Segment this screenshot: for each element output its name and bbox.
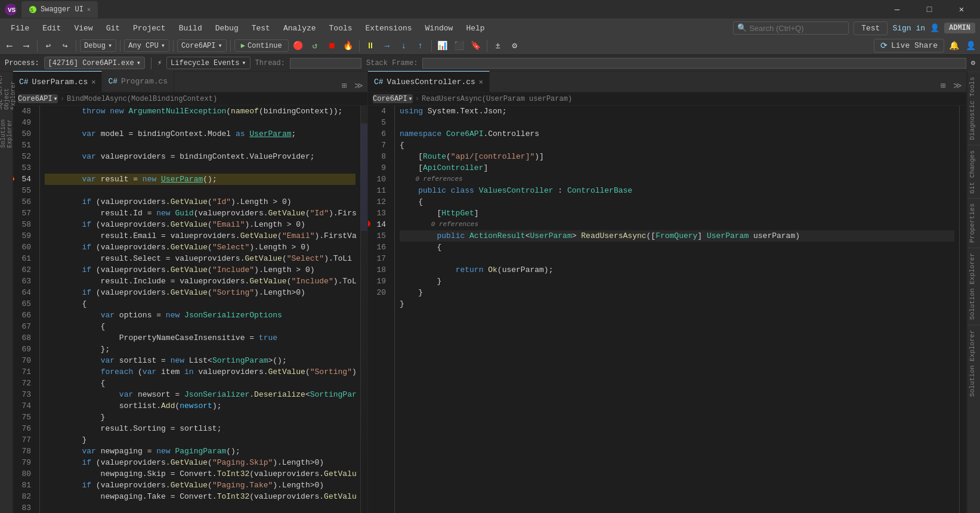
profile-dropdown[interactable]: Core6API ▾ [177, 39, 227, 52]
pause-icon[interactable]: ⏸ [363, 39, 378, 53]
step-into-icon[interactable]: ↓ [397, 39, 411, 53]
left-code-content[interactable]: throw new ArgumentNullException(nameof(b… [40, 106, 360, 513]
redo-button[interactable]: ↪ [58, 39, 72, 53]
swagger-tab[interactable]: S Swagger UI ✕ [21, 1, 98, 18]
rcode-13-ref: 0 references [400, 219, 954, 230]
ln-56: 56 [13, 196, 35, 208]
test-button[interactable]: Test [854, 21, 888, 35]
step-out-icon[interactable]: ↑ [413, 39, 428, 53]
left-code-editor[interactable]: 48 49 50 51 52 53 54 55 56 57 58 59 [13, 106, 367, 513]
menu-build[interactable]: Build [173, 21, 208, 35]
solution-explorer-panel-2[interactable]: Solution Explorer [967, 325, 980, 401]
cpu-dropdown[interactable]: Any CPU ▾ [124, 39, 169, 52]
valuescontroller-tab[interactable]: C# ValuesController.cs ✕ [368, 71, 490, 92]
bookmark-icon[interactable]: 🔖 [469, 39, 483, 53]
notifications-icon[interactable]: 🔔 [947, 39, 961, 53]
breakpoints-icon[interactable]: ⬛ [452, 39, 466, 53]
right-overflow-button[interactable]: ≫ [951, 79, 964, 92]
code-line-65: { [45, 298, 355, 310]
menu-help[interactable]: Help [460, 21, 490, 35]
menu-file[interactable]: File [5, 21, 35, 35]
swagger-tab-close[interactable]: ✕ [87, 6, 91, 13]
hot-reload-icon[interactable]: 🔥 [341, 39, 355, 53]
toolbar-sep-3 [120, 40, 120, 52]
ln-71: 71 [13, 366, 35, 378]
git-icon[interactable]: ± [491, 39, 505, 53]
left-scope-dropdown[interactable]: Core6API ▾ [18, 94, 58, 103]
account-icon[interactable]: 👤 [963, 39, 978, 53]
continue-button[interactable]: ▶ Continue [234, 39, 289, 52]
performance-icon[interactable]: 📊 [435, 39, 450, 53]
lifecycle-dropdown[interactable]: Lifecycle Events ▾ [166, 57, 250, 69]
right-code-content[interactable]: using System.Text.Json; namespace Core6A… [395, 106, 959, 513]
restart-icon[interactable]: ↺ [308, 39, 322, 53]
signin-button[interactable]: Sign in [892, 24, 925, 33]
swagger-tab-label: Swagger UI [41, 5, 84, 14]
maximize-button[interactable]: □ [916, 0, 943, 19]
rln-18: 18 [368, 264, 389, 276]
search-box[interactable]: 🔍 [733, 21, 849, 35]
code-line-56: if (valueproviders.GetValue("Id").Length… [45, 196, 355, 208]
cs-icon: C# [19, 78, 29, 86]
right-scope-dropdown[interactable]: Core6API ▾ [373, 94, 413, 103]
program-tab[interactable]: C# Program.cs [102, 71, 174, 92]
rcode-10-ref: 0 references [400, 174, 954, 185]
menu-extensions[interactable]: Extensions [360, 21, 418, 35]
sql-server-panel[interactable]: SQL Server Object Explorer [1, 74, 13, 110]
menu-tools[interactable]: Tools [323, 21, 358, 35]
solution-explorer-left[interactable]: Solution Explorer [1, 112, 13, 148]
process-dropdown[interactable]: [42716] Core6API.exe ▾ [44, 57, 145, 69]
live-share-button[interactable]: ⟳ Live Share [874, 39, 944, 52]
git-changes-panel[interactable]: Git Changes [967, 145, 980, 199]
back-button[interactable]: ⟵ [2, 39, 17, 53]
right-code-editor[interactable]: 4 5 6 7 8 9 10 11 12 13 14 15 16 [368, 106, 966, 513]
code-line-76: result.Sorting = sortlist; [45, 423, 355, 434]
stackframe-icon: ⚙ [971, 58, 975, 67]
code-line-53 [45, 162, 355, 174]
properties-panel[interactable]: Properties [967, 198, 980, 248]
ln-78: 78 [13, 446, 35, 457]
diagnostic-tools-panel[interactable]: Diagnostic Tools [967, 72, 980, 145]
menu-test[interactable]: Test [246, 21, 276, 35]
close-button[interactable]: ✕ [948, 0, 975, 19]
left-split-button[interactable]: ⊞ [338, 79, 351, 92]
code-line-73: var newsort = JsonSerializer.Deserialize… [45, 389, 355, 400]
menu-debug[interactable]: Debug [209, 21, 245, 35]
right-breadcrumb-method[interactable]: ReadUsersAsync(UserParam userParam) [422, 95, 572, 103]
userparam-tab-close[interactable]: ✕ [91, 78, 95, 86]
valuescontroller-tab-close[interactable]: ✕ [479, 78, 483, 86]
menu-edit[interactable]: Edit [36, 21, 67, 35]
left-overflow-button[interactable]: ≫ [352, 79, 365, 92]
search-input[interactable] [749, 24, 845, 33]
debug-mode-dropdown[interactable]: Debug ▾ [80, 39, 116, 52]
userparam-tab[interactable]: C# UserParam.cs ✕ [13, 71, 102, 92]
left-breadcrumb-method[interactable]: BindModelAsync(ModelBindingContext) [67, 95, 217, 103]
undo-button[interactable]: ↩ [41, 39, 55, 53]
left-editor-panel: C# UserParam.cs ✕ C# Program.cs ⊞ ≫ Core… [13, 72, 368, 513]
menu-git[interactable]: Git [100, 21, 126, 35]
menu-analyze[interactable]: Analyze [277, 21, 322, 35]
ln-64: 64 [13, 287, 35, 298]
stackframe-input[interactable] [422, 58, 966, 69]
profile-chevron: ▾ [218, 41, 222, 50]
solution-explorer-panel-1[interactable]: Solution Explorer [967, 248, 980, 325]
settings-icon[interactable]: ⚙ [508, 39, 522, 53]
left-tab-actions: ⊞ ≫ [335, 79, 367, 92]
ln-67: 67 [13, 321, 35, 332]
thread-input[interactable] [290, 58, 361, 69]
menu-view[interactable]: View [68, 21, 98, 35]
right-scope-chevron: ▾ [409, 94, 413, 103]
rcode-13-httpget: [HttpGet] [400, 208, 954, 219]
ln-70: 70 [13, 355, 35, 366]
rcode-15: { [400, 242, 954, 253]
debug-start-icon[interactable]: 🔴 [291, 39, 305, 53]
toolbar-sep-5 [230, 40, 231, 52]
stop-icon[interactable]: ⏹ [324, 39, 339, 53]
step-over-icon[interactable]: → [380, 39, 394, 53]
toolbar-sep-4 [173, 40, 174, 52]
forward-button[interactable]: ⟶ [19, 39, 33, 53]
menu-window[interactable]: Window [419, 21, 459, 35]
minimize-button[interactable]: — [883, 0, 911, 19]
right-split-button[interactable]: ⊞ [936, 79, 950, 92]
menu-project[interactable]: Project [127, 21, 172, 35]
